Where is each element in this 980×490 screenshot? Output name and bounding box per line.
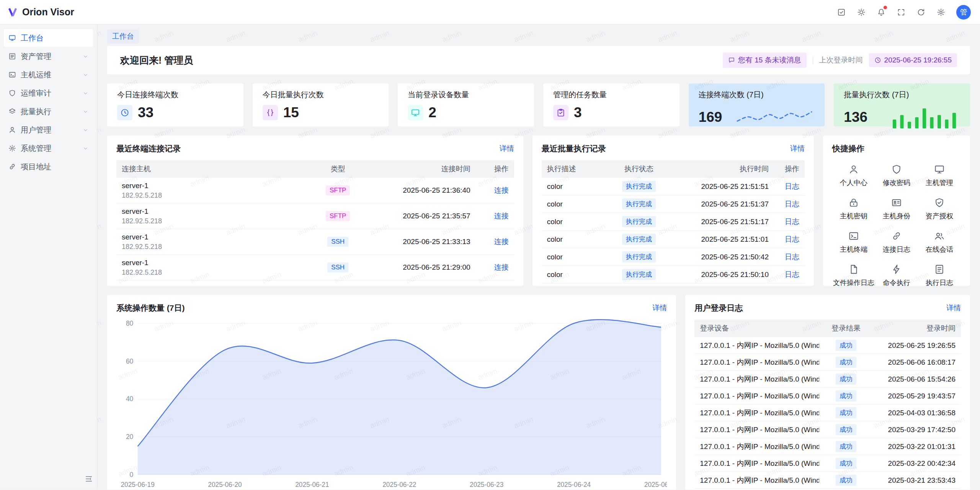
y-axis-label: 60	[126, 357, 133, 365]
sidebar-item-batch-execution[interactable]: 批量执行	[4, 103, 93, 120]
executions-detail-link[interactable]: 详情	[790, 144, 805, 154]
log-link[interactable]: 日志	[785, 253, 799, 261]
login-result-badge: 成功	[836, 475, 856, 486]
quick-action-online-session[interactable]: 在线会话	[918, 231, 961, 254]
sidebar: 工作台资产管理主机运维运维审计批量执行用户管理系统管理项目地址	[0, 25, 97, 490]
quick-action-execution-log[interactable]: 执行日志	[918, 264, 961, 286]
sidebar-menu: 工作台资产管理主机运维运维审计批量执行用户管理系统管理项目地址	[0, 29, 97, 175]
area-chart: 0204060802025-06-192025-06-202025-06-212…	[116, 316, 667, 490]
quick-action-label: 主机管理	[926, 178, 953, 187]
stats-row: 今日连接终端次数33今日批量执行次数15当前登录设备数量2管理的任务数量3连接终…	[107, 84, 970, 126]
breadcrumb: 工作台	[107, 25, 970, 41]
sidebar-collapse-button[interactable]	[85, 475, 93, 485]
host-name: server-1	[122, 181, 306, 190]
login-time: 2025-04-03 01:36:58	[873, 409, 961, 417]
sidebar-item-workbench[interactable]: 工作台	[4, 29, 93, 47]
logo[interactable]: Orion Visor	[7, 7, 74, 18]
clock-icon	[120, 108, 129, 117]
quick-action-command-execution[interactable]: 命令执行	[875, 264, 918, 286]
x-axis-label: 2025-06-19	[121, 481, 154, 488]
chart-detail-link[interactable]: 详情	[652, 303, 667, 313]
column-header: 类型	[311, 164, 365, 174]
column-header: 操作	[476, 164, 514, 174]
notifications-button[interactable]	[874, 5, 889, 20]
log-link[interactable]: 日志	[785, 270, 799, 279]
log-link[interactable]: 日志	[785, 218, 799, 226]
sidebar-item-ops-audit[interactable]: 运维审计	[4, 84, 93, 102]
host-cell: server-1182.92.5.218	[116, 233, 311, 251]
terminal-icon	[848, 231, 859, 241]
watermark-text: admin	[97, 318, 103, 333]
stat-label: 今日连接终端次数	[117, 90, 234, 100]
login-logs-detail-link[interactable]: 详情	[946, 303, 961, 313]
stat-card-today-connections: 今日连接终端次数33	[107, 84, 243, 126]
sidebar-item-host-ops[interactable]: 主机运维	[4, 66, 93, 84]
stat-value: 33	[138, 105, 154, 121]
host-name: server-1	[122, 258, 306, 267]
stat-card-managed-tasks: 管理的任务数量3	[543, 84, 679, 126]
sidebar-item-user-management[interactable]: 用户管理	[4, 121, 93, 139]
table-row: color执行完成2025-06-25 21:51:17日志	[542, 213, 805, 231]
column-header: 连接时间	[365, 164, 476, 174]
login-time: 2025-05-29 19:43:57	[873, 392, 961, 400]
shield-icon	[891, 164, 902, 175]
theme-button[interactable]	[854, 5, 869, 20]
settings-button[interactable]	[933, 5, 949, 20]
quick-action-host-management[interactable]: 主机管理	[918, 164, 961, 187]
log-link[interactable]: 日志	[785, 235, 799, 243]
x-axis-label: 2025-06-23	[470, 481, 503, 488]
quick-action-host-terminal[interactable]: 主机终端	[832, 231, 875, 254]
connect-link[interactable]: 连接	[494, 212, 509, 220]
sidebar-item-system-management[interactable]: 系统管理	[4, 139, 93, 157]
quick-action-asset-authorization[interactable]: 资产授权	[918, 197, 961, 221]
todo-button[interactable]	[834, 5, 849, 20]
quick-action-host-key[interactable]: 主机密钥	[832, 197, 875, 221]
fullscreen-button[interactable]	[893, 5, 909, 20]
connect-link[interactable]: 连接	[494, 263, 509, 271]
protocol-badge: SFTP	[326, 185, 350, 195]
table-row: 127.0.0.1 - 内网IP - Mozilla/5.0 (Windows …	[694, 455, 961, 472]
refresh-button[interactable]	[913, 5, 929, 20]
connect-link[interactable]: 连接	[494, 238, 509, 246]
table-row: color执行完成2025-06-25 21:50:10日志	[542, 266, 805, 284]
chevron-down-icon	[83, 127, 88, 133]
connections-detail-link[interactable]: 详情	[500, 144, 514, 154]
host-name: server-1	[122, 233, 306, 242]
connect-link[interactable]: 连接	[494, 186, 509, 194]
chevron-down-icon	[83, 72, 88, 78]
login-time: 2025-03-22 01:01:31	[873, 442, 961, 451]
execution-description: color	[542, 218, 606, 226]
user-avatar[interactable]: 管	[956, 5, 971, 20]
bolt-icon	[891, 264, 902, 275]
user-icon	[8, 126, 16, 134]
quick-action-change-password[interactable]: 修改密码	[875, 164, 918, 187]
execution-status-badge: 执行完成	[622, 216, 656, 227]
quick-action-personal-center[interactable]: 个人中心	[832, 164, 875, 187]
log-link[interactable]: 日志	[785, 182, 799, 190]
divider	[813, 56, 813, 64]
breadcrumb-item-workbench[interactable]: 工作台	[107, 29, 139, 43]
quick-action-label: 文件操作日志	[833, 278, 874, 286]
login-time: 2025-06-06 15:54:26	[873, 375, 961, 383]
user-icon	[848, 164, 859, 175]
quick-action-label: 主机身份	[883, 211, 910, 221]
quick-action-label: 执行日志	[926, 278, 953, 286]
link-icon	[8, 163, 16, 170]
login-device: 127.0.0.1 - 内网IP - Mozilla/5.0 (Windows …	[694, 425, 819, 435]
log-link[interactable]: 日志	[785, 200, 799, 208]
sidebar-item-asset-management[interactable]: 资产管理	[4, 48, 93, 65]
stat-value-row: 136	[844, 105, 960, 130]
quick-action-connection-log[interactable]: 连接日志	[875, 231, 918, 254]
app-root: Orion Visor 管 工作台资产管理主机运维运维审计批量执行用户管理系统管…	[0, 0, 980, 490]
stat-value: 169	[699, 109, 722, 125]
unread-messages-badge[interactable]: 您有 15 条未读消息	[723, 52, 807, 68]
host-ip: 182.92.5.218	[122, 243, 306, 251]
quick-action-file-operation-log[interactable]: 文件操作日志	[832, 264, 875, 286]
host-cell: server-1182.92.5.218	[116, 258, 311, 277]
sidebar-item-project-link[interactable]: 项目地址	[4, 158, 93, 175]
quick-action-host-identity[interactable]: 主机身份	[875, 197, 918, 221]
list-box-icon	[8, 52, 16, 60]
watermark-text: admin	[97, 222, 103, 237]
execution-time: 2025-06-25 21:50:10	[671, 270, 774, 279]
login-result-badge: 成功	[836, 390, 856, 402]
